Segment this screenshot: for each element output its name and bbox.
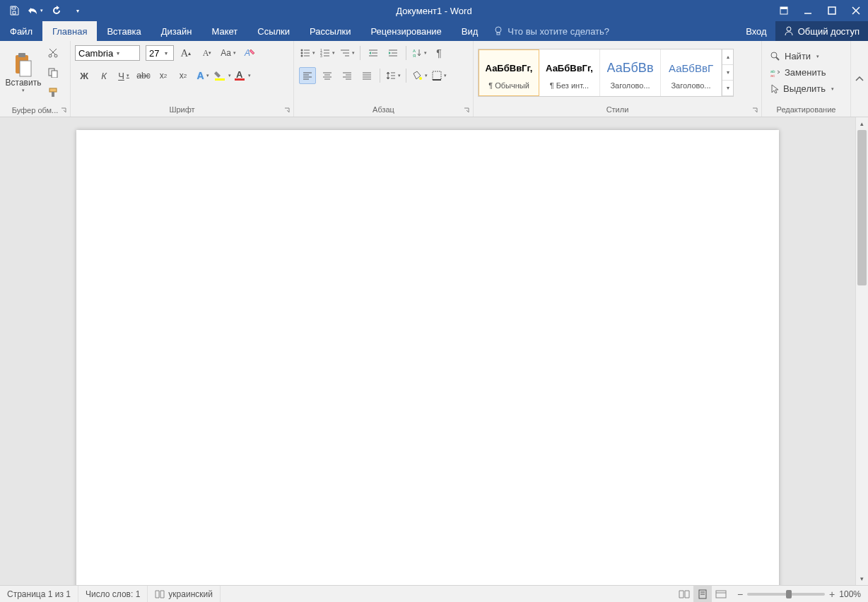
page-number-status[interactable]: Страница 1 из 1 <box>0 586 78 602</box>
scroll-up-button[interactable]: ▴ <box>856 117 868 130</box>
shrink-font-button[interactable]: A▾ <box>199 45 216 61</box>
superscript-button[interactable]: x2 <box>175 67 192 84</box>
print-layout-button[interactable] <box>693 586 712 603</box>
brush-icon <box>48 88 58 98</box>
tab-references[interactable]: Ссылки <box>247 21 300 41</box>
highlighter-icon <box>214 70 226 81</box>
collapse-ribbon-button[interactable] <box>851 41 868 117</box>
svg-text:3: 3 <box>320 54 322 57</box>
print-layout-icon <box>698 589 708 599</box>
align-left-button[interactable] <box>299 67 316 84</box>
tab-home[interactable]: Главная <box>42 21 97 41</box>
share-button[interactable]: Общий доступ <box>775 21 868 41</box>
font-color-icon: A <box>234 70 246 81</box>
style-no-spacing[interactable]: АаБбВвГг, ¶ Без инт... <box>539 49 600 96</box>
zoom-slider[interactable] <box>747 593 825 596</box>
align-center-button[interactable] <box>319 67 336 84</box>
font-dialog-launcher[interactable] <box>283 106 291 114</box>
tell-me-input[interactable] <box>508 26 649 37</box>
format-painter-button[interactable] <box>45 84 61 101</box>
clipboard-dialog-launcher[interactable] <box>59 106 68 114</box>
styles-more[interactable]: ▾ <box>722 81 733 96</box>
tab-view[interactable]: Вид <box>452 21 488 41</box>
sign-in-button[interactable]: Вход <box>737 21 775 41</box>
clear-format-button[interactable]: A <box>241 45 258 61</box>
svg-rect-67 <box>433 71 441 80</box>
tab-layout[interactable]: Макет <box>201 21 247 41</box>
minimize-button[interactable] <box>796 0 820 21</box>
close-button[interactable] <box>844 0 868 21</box>
web-icon <box>715 590 727 598</box>
paragraph-dialog-launcher[interactable] <box>462 106 471 114</box>
styles-down[interactable]: ▾ <box>722 65 733 81</box>
language-status[interactable]: украинский <box>148 586 221 602</box>
scroll-track[interactable] <box>856 130 868 572</box>
multilevel-list-button[interactable] <box>339 45 356 61</box>
scroll-thumb[interactable] <box>857 130 867 285</box>
font-name-combo[interactable]: Cambria▾ <box>75 45 140 61</box>
align-right-button[interactable] <box>339 67 356 84</box>
grow-font-button[interactable]: A▴ <box>177 45 194 61</box>
select-button[interactable]: Выделить▾ <box>768 82 837 95</box>
style-heading2[interactable]: АаБбВвГ Заголово... <box>661 49 722 96</box>
zoom-level[interactable]: 100% <box>839 589 861 599</box>
sort-button[interactable]: AЯ <box>411 45 428 61</box>
undo-button[interactable]: ▾ <box>25 1 45 20</box>
read-mode-button[interactable] <box>675 586 693 603</box>
underline-button[interactable]: Ч <box>115 67 132 84</box>
ribbon-display-options[interactable] <box>772 0 796 21</box>
svg-point-12 <box>49 54 52 57</box>
tab-review[interactable]: Рецензирование <box>360 21 451 41</box>
font-color-button[interactable]: A <box>234 67 251 84</box>
tab-insert[interactable]: Вставка <box>97 21 151 41</box>
page-canvas[interactable] <box>76 130 779 585</box>
scroll-down-button[interactable]: ▾ <box>856 572 868 585</box>
cut-button[interactable] <box>45 45 61 61</box>
text-effects-button[interactable]: A <box>194 67 211 84</box>
web-layout-button[interactable] <box>712 586 730 603</box>
paste-button[interactable]: Вставить ▾ <box>4 46 42 100</box>
save-button[interactable] <box>4 1 24 20</box>
quick-access-toolbar: ▾ ▾ <box>0 1 88 20</box>
show-paragraph-marks-button[interactable]: ¶ <box>430 45 447 61</box>
shading-button[interactable] <box>411 67 428 84</box>
replace-button[interactable]: abac Заменить <box>768 66 837 79</box>
italic-button[interactable]: К <box>95 67 112 84</box>
change-case-button[interactable]: Aa <box>220 45 237 61</box>
font-size-combo[interactable]: 27▾ <box>146 45 174 61</box>
styles-up[interactable]: ▴ <box>722 49 733 65</box>
styles-dialog-launcher[interactable] <box>751 106 759 114</box>
borders-button[interactable] <box>430 67 447 84</box>
decrease-indent-button[interactable] <box>365 45 382 61</box>
line-spacing-button[interactable] <box>385 67 401 84</box>
read-icon <box>679 590 690 598</box>
qat-customize[interactable]: ▾ <box>68 1 88 20</box>
style-heading1[interactable]: АаБбВв Заголово... <box>600 49 661 96</box>
numbering-button[interactable]: 123 <box>319 45 336 61</box>
justify-button[interactable] <box>358 67 375 84</box>
zoom-in-button[interactable]: + <box>829 589 835 600</box>
tab-design[interactable]: Дизайн <box>151 21 202 41</box>
maximize-button[interactable] <box>820 0 844 21</box>
launcher-icon <box>61 107 66 113</box>
strikethrough-button[interactable]: abc <box>135 67 152 84</box>
replace-icon: abac <box>770 69 780 77</box>
copy-button[interactable] <box>45 64 61 81</box>
zoom-slider-thumb[interactable] <box>786 590 792 598</box>
subscript-button[interactable]: x2 <box>155 67 172 84</box>
zoom-out-button[interactable]: − <box>737 589 743 600</box>
tab-mailings[interactable]: Рассылки <box>300 21 360 41</box>
bold-button[interactable]: Ж <box>76 67 93 84</box>
highlight-button[interactable] <box>214 67 231 84</box>
bullets-button[interactable] <box>299 45 316 61</box>
redo-button[interactable] <box>47 1 66 20</box>
tell-me-box[interactable] <box>488 21 737 41</box>
document-viewport[interactable] <box>0 117 855 585</box>
style-normal[interactable]: АаБбВвГг, ¶ Обычный <box>479 49 539 96</box>
tab-file[interactable]: Файл <box>0 21 42 41</box>
svg-text:A: A <box>236 70 243 80</box>
word-count-status[interactable]: Число слов: 1 <box>78 586 148 602</box>
increase-indent-button[interactable] <box>385 45 401 61</box>
find-button[interactable]: Найти▾ <box>768 49 837 63</box>
vertical-scrollbar[interactable]: ▴ ▾ <box>855 117 868 585</box>
